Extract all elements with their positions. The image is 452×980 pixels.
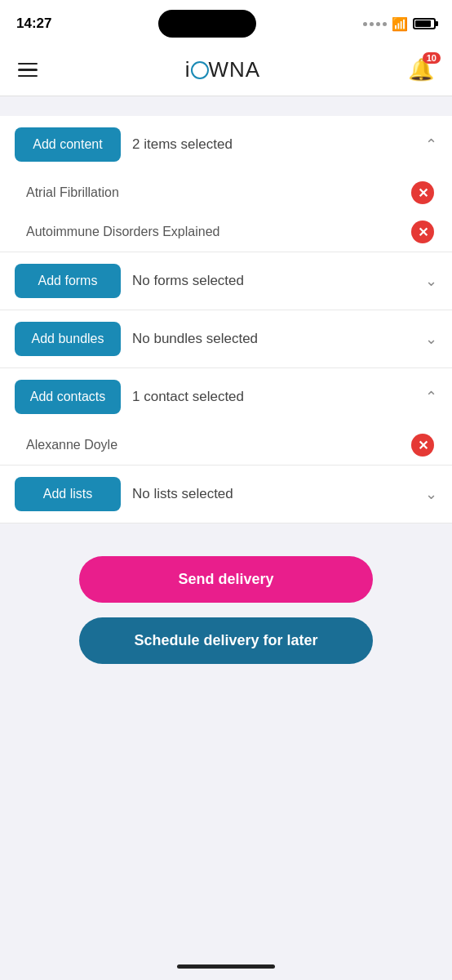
content-item-2-label: Autoimmune Disorders Explained xyxy=(26,225,219,239)
remove-contact-item-1-button[interactable]: ✕ xyxy=(411,434,434,457)
notification-button[interactable]: 🔔 10 xyxy=(408,57,434,82)
lists-chevron-icon: ⌄ xyxy=(425,485,437,503)
app-header: iWNA 🔔 10 xyxy=(0,44,452,96)
app-logo: iWNA xyxy=(185,57,260,82)
bundles-status-label: No bundles selected xyxy=(132,331,414,347)
forms-chevron-icon: ⌄ xyxy=(425,272,437,290)
bundles-chevron-icon: ⌄ xyxy=(425,330,437,348)
list-item: Alexanne Doyle ✕ xyxy=(0,425,452,465)
status-bar: 14:27 📶 xyxy=(0,0,452,44)
forms-status-label: No forms selected xyxy=(132,273,414,289)
bottom-spacer xyxy=(0,688,452,852)
main-content: Add content 2 items selected ⌃ Atrial Fi… xyxy=(0,116,452,523)
send-delivery-button[interactable]: Send delivery xyxy=(79,556,373,603)
contacts-section-row: Add contacts 1 contact selected ⌃ xyxy=(0,368,452,425)
battery-icon xyxy=(413,18,436,29)
forms-section-row: Add forms No forms selected ⌄ xyxy=(0,252,452,310)
hamburger-line xyxy=(18,69,38,71)
add-content-button[interactable]: Add content xyxy=(15,127,121,162)
contacts-chevron-icon: ⌃ xyxy=(425,388,437,406)
contacts-status-label: 1 contact selected xyxy=(132,389,414,405)
logo-o xyxy=(191,61,209,79)
top-spacer xyxy=(0,96,452,116)
hamburger-line xyxy=(18,75,38,78)
wifi-icon: 📶 xyxy=(392,16,408,32)
add-contacts-button[interactable]: Add contacts xyxy=(15,380,121,414)
list-item: Autoimmune Disorders Explained ✕ xyxy=(0,212,452,252)
add-lists-button[interactable]: Add lists xyxy=(15,477,121,511)
add-forms-button[interactable]: Add forms xyxy=(15,264,121,298)
contact-item-1-label: Alexanne Doyle xyxy=(26,438,117,452)
status-icons: 📶 xyxy=(363,16,436,32)
lists-section-row: Add lists No lists selected ⌄ xyxy=(0,466,452,523)
schedule-delivery-button[interactable]: Schedule delivery for later xyxy=(79,617,373,664)
list-item: Atrial Fibrillation ✕ xyxy=(0,173,452,212)
remove-content-item-1-button[interactable]: ✕ xyxy=(411,181,434,204)
content-section-row: Add content 2 items selected ⌃ xyxy=(0,116,452,173)
home-indicator xyxy=(177,964,275,969)
contacts-items-list: Alexanne Doyle ✕ xyxy=(0,425,452,466)
menu-button[interactable] xyxy=(18,63,38,78)
dynamic-island xyxy=(158,10,256,38)
notification-badge: 10 xyxy=(423,52,441,64)
bundles-section-row: Add bundles No bundles selected ⌄ xyxy=(0,310,452,368)
status-time: 14:27 xyxy=(16,16,51,32)
hamburger-line xyxy=(18,63,38,65)
remove-content-item-2-button[interactable]: ✕ xyxy=(411,220,434,243)
content-chevron-icon: ⌃ xyxy=(425,136,437,154)
content-status-label: 2 items selected xyxy=(132,136,414,153)
action-buttons-section: Send delivery Schedule delivery for late… xyxy=(0,523,452,688)
content-item-1-label: Atrial Fibrillation xyxy=(26,185,119,200)
content-items-list: Atrial Fibrillation ✕ Autoimmune Disorde… xyxy=(0,173,452,252)
lists-status-label: No lists selected xyxy=(132,486,414,502)
signal-icon xyxy=(363,22,387,26)
add-bundles-button[interactable]: Add bundles xyxy=(15,322,121,356)
